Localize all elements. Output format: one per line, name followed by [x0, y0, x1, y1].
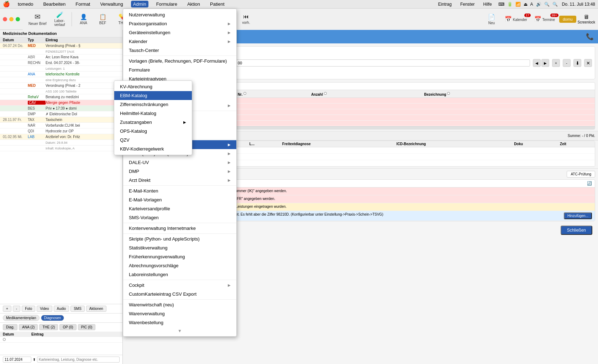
tab-ana[interactable]: ANA (2) — [19, 324, 38, 330]
atc-pruefung-button[interactable]: ATC-Prüfung — [567, 171, 595, 178]
submenu-ops-katalog[interactable]: OPS-Katalog — [114, 127, 192, 136]
row-radio[interactable] — [3, 338, 6, 341]
bef-button[interactable]: 📋 BEF — [94, 12, 112, 26]
tab-diagnosen[interactable]: Diagnosen — [41, 315, 64, 321]
menu-item-warenbestellung[interactable]: Warenbestellung — [123, 318, 236, 327]
kalender-button[interactable]: 📅 Kalender 17 — [502, 14, 530, 24]
menu-item-email-konten[interactable]: E-Mail-Konten — [123, 186, 236, 195]
submenu-qzv[interactable]: QZV — [114, 136, 192, 144]
schein-remove-button[interactable]: - — [563, 59, 571, 67]
screenlock-button[interactable]: 🖥 Screenlock — [578, 14, 595, 24]
menubar-formulare[interactable]: Formulare — [154, 1, 179, 7]
menubar-bearbeiten[interactable]: Bearbeiten — [41, 1, 68, 7]
table-row[interactable]: RehaV Beratung zu medizini — [0, 94, 122, 100]
submenu-heilmittel-katalog[interactable]: Heilmittel-Katalog — [114, 109, 192, 118]
menu-scroll-down[interactable]: ▼ — [123, 327, 236, 335]
menu-item-kontenverwaltung[interactable]: Kontenverwaltung Internetmarke — [123, 224, 236, 233]
submenu-kbv-kodierregelwerk[interactable]: KBV-Kodierregelwerk — [114, 144, 192, 153]
table-row[interactable]: ANA telefonische Kontrolle — [0, 72, 122, 77]
table-row[interactable]: 28.11.97 Fr. TAX Taxischein — [0, 117, 122, 123]
col-bezeichnung-radio[interactable] — [447, 91, 450, 96]
table-row[interactable]: eine Ergänzung dazu — [0, 77, 122, 83]
foto-button[interactable]: Foto — [22, 306, 35, 312]
table-row[interactable]: MED Verordnung (Privat - 2 — [0, 83, 122, 89]
table-row[interactable]: Leistungen: 1 — [0, 66, 122, 72]
menubar-verwaltung[interactable]: Verwaltung — [98, 1, 125, 7]
menubar-fenster[interactable]: Fenster — [458, 1, 477, 7]
menubar-format[interactable]: Format — [73, 1, 92, 7]
menubar-admin[interactable]: Admin — [131, 1, 148, 7]
sms-button[interactable]: SMS — [70, 306, 85, 312]
menubar-hilfe[interactable]: Hilfe — [481, 1, 494, 7]
submenu-ebm-katalog[interactable]: EBM-Katalog — [114, 91, 192, 100]
menu-item-statistikverwaltung[interactable]: Statistikverwaltung — [123, 243, 236, 252]
table-row[interactable]: NAR Vorbefunde:CLHK bei — [0, 123, 122, 128]
menu-item-abrechnungsvorschlaege[interactable]: Abrechnungsvorschläge — [123, 261, 236, 270]
menu-item-vorlagen[interactable]: Vorlagen (Briefe, Rechnungen, PDF-Formul… — [123, 57, 236, 65]
menu-item-sms-vorlagen[interactable]: SMS-Vorlagen — [123, 213, 236, 222]
labor-verlauf-button[interactable]: 🧪 Labor-verlauf — [51, 10, 69, 28]
table-row[interactable]: ABR An: Leon Rene Kava — [0, 54, 122, 60]
menu-item-frueherkennungsverwaltung[interactable]: Früherkennungsverwaltung — [123, 252, 236, 261]
neuer-brief-button[interactable]: ✉ Neuer Brief — [26, 11, 49, 27]
menu-item-warenwirtschaft[interactable]: Warenwirtschaft (neu) — [123, 300, 236, 309]
menu-item-dmp[interactable]: DMP▶ — [123, 167, 236, 176]
schliessen-button[interactable]: Schließen — [561, 226, 592, 235]
table-row[interactable]: BES Priv ● 17:39 ● domi — [0, 106, 122, 111]
benutzer-button[interactable]: domu — [559, 16, 576, 23]
menu-item-arzt-direkt[interactable]: Arzt Direkt▶ — [123, 176, 236, 185]
tab-medikamentenplan[interactable]: Medikamentenplan — [3, 315, 40, 321]
table-row[interactable]: PZN06312077 (Arzt: — [0, 49, 122, 54]
table-row[interactable]: DMP ✗ Elektronische Dol — [0, 111, 122, 117]
col-anzahl-radio[interactable] — [324, 91, 327, 96]
menu-item-kalender[interactable]: Kalender▶ — [123, 37, 236, 46]
remove-entry-button[interactable]: - — [13, 306, 20, 312]
minimize-button[interactable] — [9, 17, 14, 21]
menu-item-laboreinstellungen[interactable]: Laboreinstellungen — [123, 270, 236, 279]
menu-item-formulare[interactable]: Formulare — [123, 65, 236, 74]
table-row[interactable]: Datum: 29.8.94 — [0, 140, 122, 146]
schein-expand-button[interactable]: ⬇ — [573, 59, 581, 67]
hinzufuegen-button[interactable]: Hinzufügen... — [564, 212, 592, 219]
vorh-button[interactable]: ⏮ vorh. — [237, 12, 255, 26]
apple-menu[interactable]: 🍎 — [3, 1, 10, 7]
date-input[interactable] — [3, 357, 31, 363]
tab-the[interactable]: THE (2) — [39, 324, 58, 330]
menu-item-praxisorganisation[interactable]: Praxisorganisation▶ — [123, 19, 236, 28]
menu-item-geraeteeinstellungen[interactable]: Geräteeinstellungen▶ — [123, 28, 236, 37]
submenu-kv-abrechnung[interactable]: KV-Abrechnung — [114, 82, 192, 91]
table-row[interactable]: 04.07.24 Do. MED Verordnung (Privat - § — [0, 43, 122, 49]
schein-next-button[interactable]: ▶ — [541, 59, 549, 67]
tab-op[interactable]: OP (0) — [59, 324, 76, 330]
tab-diag[interactable]: Diag. — [3, 324, 17, 330]
menubar-tomedo[interactable]: tomedo — [16, 1, 35, 7]
menu-item-nutzerverwaltung[interactable]: Nutzerverwaltung — [123, 10, 236, 19]
tab-pic[interactable]: PIC (0) — [78, 324, 96, 330]
table-row[interactable]: ASS 100 100 Tablette — [0, 89, 122, 94]
table-row[interactable]: QDI Hydrocele zur OP — [0, 128, 122, 134]
refresh-icon[interactable]: 🔄 — [587, 181, 592, 186]
menubar-patient[interactable]: Patient — [208, 1, 226, 7]
schein-prev-button[interactable]: ◀ — [533, 59, 541, 67]
menu-item-dale-uv[interactable]: DALE-UV▶ — [123, 158, 236, 167]
close-button[interactable] — [3, 17, 7, 21]
schein-close-button[interactable]: ✕ — [584, 59, 592, 67]
video-button[interactable]: Video — [37, 306, 52, 312]
menu-item-custom-karteieintrag[interactable]: CustomKarteieintrag CSV Export — [123, 290, 236, 299]
table-row[interactable]: CAV Allergie gegen Pflaste — [0, 100, 122, 106]
submenu-zifferneinschraenkungen[interactable]: Zifferneinschränkungen — [114, 100, 192, 109]
date-stepper[interactable]: ⬆ — [33, 358, 36, 362]
table-row[interactable]: Inhalt: Koloskopie, A — [0, 146, 122, 151]
menu-item-skripte[interactable]: Skripte (Python- und AppleScripts) — [123, 234, 236, 243]
add-entry-button[interactable]: + — [3, 306, 11, 312]
menu-item-karteiversandprofile[interactable]: Karteiversandprofile — [123, 204, 236, 213]
menu-item-cockpit[interactable]: Cockpit▶ — [123, 281, 236, 290]
menubar-aktion[interactable]: Aktion — [185, 1, 202, 7]
audio-button[interactable]: Audio — [54, 306, 69, 312]
submenu-zusatzangaben[interactable]: Zusatzangaben▶ — [114, 118, 192, 127]
ana-button[interactable]: 👤 ANA — [75, 12, 93, 26]
menu-item-warenverwaltung[interactable]: Warenverwaltung — [123, 309, 236, 318]
neu-button[interactable]: 📄 Neu — [483, 12, 500, 26]
entry-input[interactable] — [37, 357, 120, 363]
maximize-button[interactable] — [16, 17, 20, 21]
